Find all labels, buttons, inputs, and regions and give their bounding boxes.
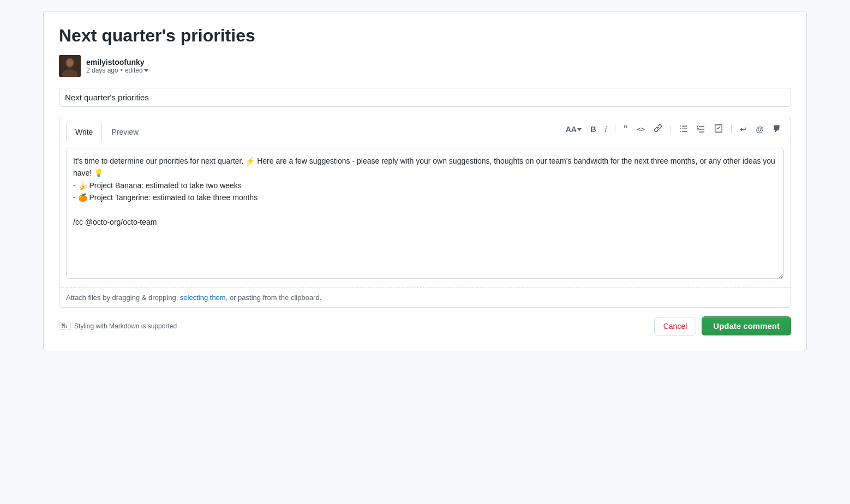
comment-textarea[interactable]: It's time to determine our priorities fo… [66,148,784,279]
footer-row: M↓ Styling with Markdown is supported Ca… [59,316,791,335]
unordered-list-button[interactable] [677,122,691,136]
italic-button[interactable]: i [602,123,609,135]
markdown-hint-text: Styling with Markdown is supported [74,322,177,330]
author-time: 2 days ago [86,67,118,74]
avatar-image [59,55,81,77]
author-name: emilyistoofunky [86,58,148,67]
title-input-row [59,88,791,107]
attach-text-suffix: , or pasting from the clipboard. [226,293,322,302]
edited-dropdown[interactable]: edited [125,67,148,74]
toolbar-separator-3 [731,125,732,134]
quote-button[interactable]: " [621,123,631,136]
ol-icon [697,124,705,134]
attach-row: Attach files by dragging & dropping, sel… [59,287,791,307]
edited-label: edited [125,67,143,74]
bold-button[interactable]: B [588,123,599,135]
attach-text-prefix: Attach files by dragging & dropping, [66,293,180,302]
tab-write[interactable]: Write [66,123,102,141]
mention-button[interactable]: @ [753,123,767,135]
quote-icon: " [624,125,628,134]
task-list-icon [714,124,723,134]
main-container: Next quarter's priorities emilyistoofunk… [43,11,807,351]
tabs-toolbar: Write Preview AA B i [59,117,791,141]
action-buttons: Cancel Update comment [654,316,791,335]
code-button[interactable]: <> [634,123,648,135]
author-meta: 2 days ago • edited [86,67,148,74]
bookmark-icon [773,124,781,134]
textarea-area: It's time to determine our priorities fo… [59,141,791,287]
cancel-button[interactable]: Cancel [654,317,697,335]
aa-chevron-icon [577,128,582,131]
heading-button[interactable]: AA [563,123,584,135]
post-title: Next quarter's priorities [59,25,791,46]
reply-icon: ↩ [740,125,747,133]
reply-button[interactable]: ↩ [737,123,750,135]
bold-label: B [590,125,596,133]
code-icon: <> [637,125,645,133]
title-input[interactable] [59,88,791,107]
tab-preview[interactable]: Preview [102,123,148,141]
avatar [59,55,81,77]
update-comment-button[interactable]: Update comment [702,316,791,335]
tabs: Write Preview [66,123,148,140]
task-list-button[interactable] [711,122,726,136]
markdown-icon: M↓ [59,322,71,330]
author-info: emilyistoofunky 2 days ago • edited [86,58,148,74]
toolbar-icons: AA B i " <> [563,122,784,141]
bookmark-button[interactable] [770,122,784,136]
author-row: emilyistoofunky 2 days ago • edited [59,55,791,77]
link-button[interactable] [651,122,665,136]
editor-section: Write Preview AA B i [59,117,791,308]
attach-link[interactable]: selecting them [180,293,226,302]
ul-icon [679,124,688,134]
ordered-list-button[interactable] [694,122,708,136]
markdown-hint: M↓ Styling with Markdown is supported [59,322,177,330]
italic-label: i [605,125,607,133]
aa-label: AA [566,125,577,133]
meta-dot: • [121,67,123,74]
toolbar-separator-1 [615,125,615,134]
mention-icon: @ [756,125,764,133]
svg-point-3 [67,59,73,67]
link-icon [654,124,662,134]
toolbar-separator-2 [671,125,671,134]
chevron-down-icon [144,69,148,72]
